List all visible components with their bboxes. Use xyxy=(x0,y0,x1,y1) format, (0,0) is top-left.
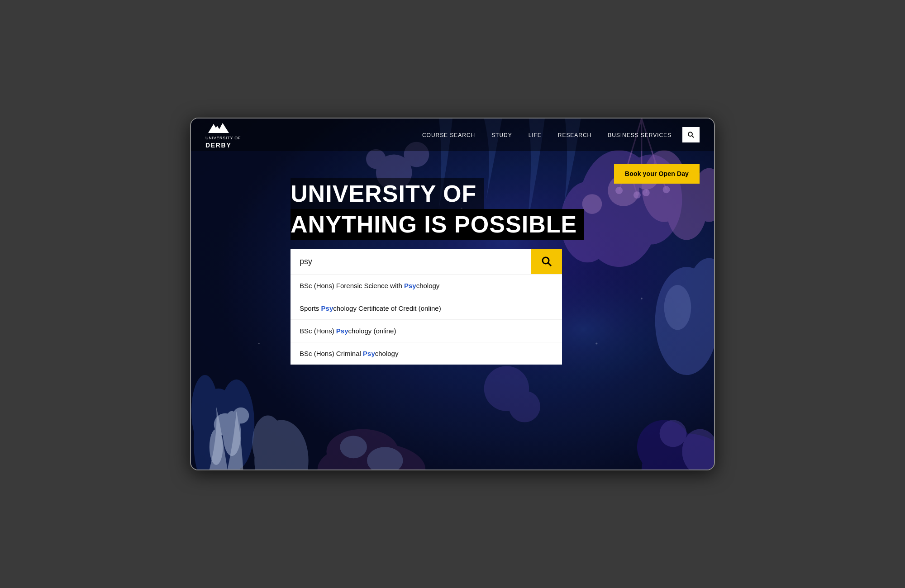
svg-point-52 xyxy=(641,298,643,299)
logo-mountains-icon xyxy=(205,120,229,135)
svg-line-61 xyxy=(548,263,551,266)
nav-link-course-search[interactable]: COURSE SEARCH xyxy=(422,132,475,138)
hero-line2: ANYTHING IS POSSIBLE xyxy=(291,209,584,240)
svg-point-58 xyxy=(688,132,692,136)
highlight-4: Psy xyxy=(363,350,375,357)
svg-marker-57 xyxy=(217,123,229,133)
dropdown-item-3[interactable]: BSc (Hons) Psychology (online) xyxy=(291,320,562,342)
browser-frame: UNIVERSITY OF DERBY COURSE SEARCHSTUDYLI… xyxy=(190,118,715,470)
svg-point-53 xyxy=(258,343,260,344)
highlight-3: Psy xyxy=(336,327,348,335)
search-submit-icon xyxy=(540,255,553,268)
dropdown-item-4[interactable]: BSc (Hons) Criminal Psychology xyxy=(291,342,562,365)
dropdown-item-1[interactable]: BSc (Hons) Forensic Science with Psychol… xyxy=(291,275,562,297)
svg-point-60 xyxy=(543,257,549,264)
nav-link-study[interactable]: STUDY xyxy=(491,132,512,138)
hero-line1: UNIVERSITY OF xyxy=(291,178,484,209)
highlight-2: Psy xyxy=(321,304,333,312)
navbar: UNIVERSITY OF DERBY COURSE SEARCHSTUDYLI… xyxy=(191,119,714,151)
search-input-row xyxy=(291,249,562,274)
search-container: BSc (Hons) Forensic Science with Psychol… xyxy=(291,249,562,365)
nav-links: COURSE SEARCHSTUDYLIFERESEARCHBUSINESS S… xyxy=(422,131,672,139)
search-input[interactable] xyxy=(291,249,531,274)
nav-link-research[interactable]: RESEARCH xyxy=(558,132,591,138)
hero-content: UNIVERSITY OF ANYTHING IS POSSIBLE xyxy=(191,151,714,249)
highlight-1: Psy xyxy=(404,282,416,289)
nav-link-business-services[interactable]: BUSINESS SERVICES xyxy=(608,132,672,138)
logo-text: UNIVERSITY OF DERBY xyxy=(205,136,241,149)
nav-search-button[interactable] xyxy=(682,127,700,142)
dropdown-item-2[interactable]: Sports Psychology Certificate of Credit … xyxy=(291,297,562,320)
nav-link-life[interactable]: LIFE xyxy=(529,132,542,138)
logo-area[interactable]: UNIVERSITY OF DERBY xyxy=(205,120,241,149)
svg-point-54 xyxy=(595,342,597,344)
svg-line-59 xyxy=(692,136,694,138)
search-icon xyxy=(687,131,695,139)
search-submit-button[interactable] xyxy=(531,249,562,274)
search-dropdown: BSc (Hons) Forensic Science with Psychol… xyxy=(291,274,562,365)
